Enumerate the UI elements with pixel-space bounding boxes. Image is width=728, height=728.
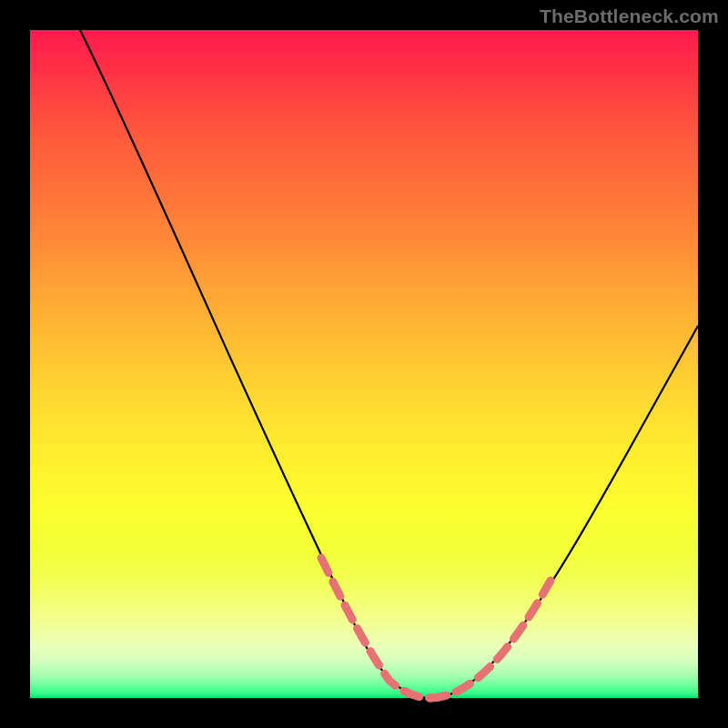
left-curve bbox=[80, 30, 430, 698]
dash-overlay-left bbox=[321, 558, 430, 698]
right-curve bbox=[430, 326, 698, 698]
watermark-text: TheBottleneck.com bbox=[540, 5, 719, 27]
outer-black-frame: TheBottleneck.com bbox=[0, 0, 728, 728]
curve-overlay bbox=[30, 30, 698, 698]
dash-overlay-right bbox=[430, 581, 551, 698]
